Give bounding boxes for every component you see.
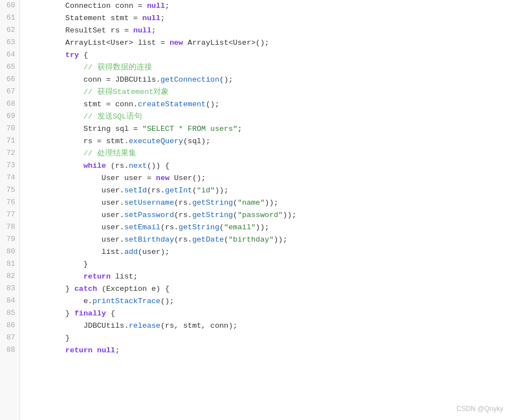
- line-number: 66: [2, 74, 15, 86]
- code-line: try {: [29, 49, 510, 62]
- code-line: e.printStackTrace();: [29, 295, 510, 308]
- line-number: 70: [2, 123, 15, 135]
- line-number: 79: [2, 234, 15, 246]
- code-line: user.setBirthday(rs.getDate("birthday"))…: [29, 234, 510, 246]
- line-number: 69: [2, 111, 15, 123]
- line-number: 86: [2, 320, 15, 332]
- code-line: // 获得数据的连接: [29, 62, 510, 74]
- code-line: rs = stmt.executeQuery(sql);: [29, 135, 510, 148]
- code-content: Connection conn = null; Statement stmt =…: [20, 0, 510, 420]
- line-number: 81: [2, 258, 15, 271]
- code-line: return list;: [29, 271, 510, 283]
- code-line: user.setUsername(rs.getString("name"));: [29, 197, 510, 209]
- line-number: 85: [2, 308, 15, 320]
- line-number: 65: [2, 62, 15, 74]
- code-line: while (rs.next()) {: [29, 160, 510, 172]
- code-line: Statement stmt = null;: [29, 12, 510, 25]
- code-line: ResultSet rs = null;: [29, 25, 510, 37]
- line-number: 88: [2, 345, 15, 357]
- code-line: ArrayList<User> list = new ArrayList<Use…: [29, 37, 510, 49]
- line-number: 62: [2, 25, 15, 37]
- line-number: 68: [2, 98, 15, 111]
- line-number: 76: [2, 197, 15, 209]
- code-line: // 处理结果集: [29, 148, 510, 160]
- line-number: 78: [2, 221, 15, 234]
- watermark: CSDN @Qnyky: [456, 404, 503, 414]
- code-line: Connection conn = null;: [29, 0, 510, 12]
- code-line: user.setId(rs.getInt("id"));: [29, 185, 510, 197]
- code-editor: 6061626364656667686970717273747576777879…: [0, 0, 510, 420]
- line-number: 83: [2, 283, 15, 295]
- line-number: 67: [2, 86, 15, 98]
- line-number: 60: [2, 0, 15, 12]
- code-line: user.setEmail(rs.getString("email"));: [29, 221, 510, 234]
- line-number: 87: [2, 332, 15, 345]
- line-number: 75: [2, 185, 15, 197]
- line-number: 63: [2, 37, 15, 49]
- code-line: stmt = conn.createStatement();: [29, 98, 510, 111]
- line-numbers: 6061626364656667686970717273747576777879…: [0, 0, 20, 420]
- line-number: 73: [2, 160, 15, 172]
- line-number: 64: [2, 49, 15, 62]
- line-number: 84: [2, 295, 15, 308]
- code-line: // 发送SQL语句: [29, 111, 510, 123]
- code-line: // 获得Statement对象: [29, 86, 510, 98]
- code-line: return null;: [29, 345, 510, 357]
- line-number: 77: [2, 209, 15, 221]
- code-line: }: [29, 332, 510, 345]
- line-number: 80: [2, 246, 15, 258]
- line-number: 74: [2, 172, 15, 185]
- code-line: conn = JDBCUtils.getConnection();: [29, 74, 510, 86]
- line-number: 71: [2, 135, 15, 148]
- line-number: 82: [2, 271, 15, 283]
- code-line: String sql = "SELECT * FROM users";: [29, 123, 510, 135]
- code-line: } finally {: [29, 308, 510, 320]
- code-line: }: [29, 258, 510, 271]
- line-number: 72: [2, 148, 15, 160]
- code-line: } catch (Exception e) {: [29, 283, 510, 295]
- code-line: list.add(user);: [29, 246, 510, 258]
- code-line: JDBCUtils.release(rs, stmt, conn);: [29, 320, 510, 332]
- code-line: User user = new User();: [29, 172, 510, 185]
- line-number: 61: [2, 12, 15, 25]
- code-line: user.setPassword(rs.getString("password"…: [29, 209, 510, 221]
